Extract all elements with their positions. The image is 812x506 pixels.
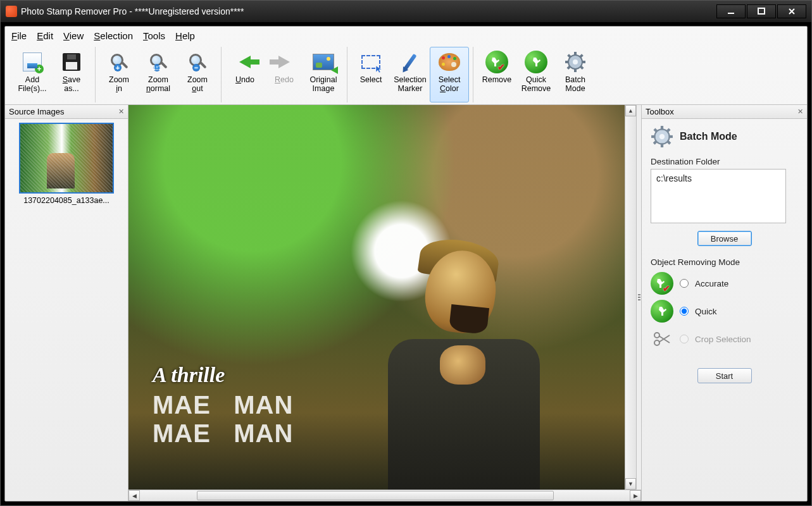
- image-canvas[interactable]: A thrille MAE MAN MAE MAN: [128, 105, 625, 490]
- titlebar: Photo Stamp Remover Pro - ****Unregister…: [1, 1, 811, 22]
- selection-marker-button[interactable]: Selection Marker: [390, 47, 430, 102]
- quick-remove-button[interactable]: Quick Remove: [516, 47, 556, 102]
- maximize-button[interactable]: [747, 4, 776, 18]
- remove-button[interactable]: Remove: [477, 47, 516, 102]
- svg-point-3: [573, 59, 578, 65]
- source-images-title: Source Images: [9, 107, 64, 116]
- redo-button[interactable]: Redo: [265, 47, 304, 102]
- save-as-button[interactable]: Saveas...: [52, 47, 91, 102]
- svg-rect-5: [574, 68, 577, 72]
- add-file-icon: [23, 52, 42, 71]
- zoom-normal-icon: 1:1: [149, 52, 168, 71]
- original-image-icon: [313, 54, 334, 70]
- object-removing-mode-label: Object Removing Mode: [651, 257, 798, 267]
- zoom-out-button[interactable]: − Zoomout: [178, 47, 217, 102]
- undo-icon: [239, 56, 251, 68]
- panel-resize-grip[interactable]: [636, 105, 641, 490]
- minimize-button[interactable]: [716, 4, 746, 18]
- app-icon: [6, 6, 17, 17]
- source-images-panel: Source Images✕ 13702204085_a133ae...: [5, 105, 128, 501]
- toolbox-close-icon[interactable]: ✕: [797, 108, 803, 116]
- destination-folder-input[interactable]: c:\results: [651, 169, 786, 223]
- menu-file[interactable]: File: [11, 30, 27, 41]
- image-text-bg: MAE MAN MAE MAN: [153, 391, 608, 448]
- toolbox-panel: Toolbox✕ Batch Mode Destination Folder c…: [641, 105, 807, 501]
- svg-rect-0: [728, 13, 734, 14]
- svg-rect-14: [661, 126, 663, 130]
- destination-folder-label: Destination Folder: [651, 157, 798, 166]
- select-button[interactable]: Select: [351, 47, 390, 102]
- hscroll-thumb[interactable]: [197, 491, 554, 500]
- window-title: Photo Stamp Remover Pro - ****Unregister…: [21, 6, 716, 16]
- source-thumbnail[interactable]: [19, 123, 114, 194]
- svg-rect-16: [651, 135, 655, 138]
- batch-mode-heading: Batch Mode: [680, 131, 737, 142]
- zoom-normal-button[interactable]: 1:1 Zoomnormal: [139, 47, 178, 102]
- image-text-thriller: A thrille: [153, 363, 225, 387]
- select-color-button[interactable]: SelectColor: [430, 47, 469, 102]
- accurate-icon: [651, 272, 673, 295]
- menu-view[interactable]: View: [63, 30, 84, 41]
- select-icon: [361, 55, 380, 69]
- quick-radio[interactable]: [680, 307, 689, 316]
- quick-label: Quick: [695, 307, 717, 316]
- accurate-label: Accurate: [695, 279, 728, 288]
- batch-mode-gear-icon: [651, 125, 673, 148]
- toolbar: Add File(s)... Saveas... + Zoomin 1:1 Zo…: [5, 44, 807, 105]
- menu-help[interactable]: Help: [175, 30, 195, 41]
- zoom-in-button[interactable]: + Zoomin: [99, 47, 139, 102]
- marker-icon: [404, 54, 417, 70]
- batch-mode-button[interactable]: Batch Mode: [556, 47, 595, 102]
- svg-rect-6: [565, 61, 569, 63]
- palette-icon: [439, 53, 460, 71]
- accurate-radio[interactable]: [680, 279, 689, 288]
- remove-icon: [485, 51, 508, 73]
- svg-rect-17: [669, 135, 673, 138]
- menu-tools[interactable]: Tools: [143, 30, 165, 41]
- horizontal-scrollbar[interactable]: ◀▶: [128, 490, 641, 501]
- vertical-scrollbar[interactable]: ▲▼: [625, 105, 636, 490]
- add-files-button[interactable]: Add File(s)...: [13, 47, 52, 102]
- menu-selection[interactable]: Selection: [94, 30, 133, 41]
- undo-button[interactable]: Undo: [225, 47, 265, 102]
- zoom-out-icon: −: [188, 52, 207, 71]
- menubar: File Edit View Selection Tools Help: [5, 27, 807, 44]
- panel-close-icon[interactable]: ✕: [118, 108, 124, 116]
- svg-point-22: [654, 340, 659, 345]
- toolbox-title: Toolbox: [646, 107, 674, 116]
- svg-rect-4: [574, 52, 577, 56]
- original-image-button[interactable]: Original Image: [304, 47, 343, 102]
- crop-radio: [680, 335, 689, 343]
- scissors-icon: [651, 328, 673, 350]
- close-button[interactable]: [777, 4, 806, 18]
- quick-remove-icon: [525, 51, 547, 73]
- save-icon: [63, 53, 80, 71]
- svg-point-13: [659, 134, 665, 139]
- crop-label: Crop Selection: [695, 335, 751, 344]
- browse-button[interactable]: Browse: [697, 231, 752, 246]
- svg-rect-7: [582, 61, 585, 63]
- gear-icon: [565, 51, 586, 73]
- menu-edit[interactable]: Edit: [37, 30, 53, 41]
- quick-icon: [651, 300, 673, 323]
- thumbnail-filename: 13702204085_a133ae...: [9, 196, 124, 205]
- svg-point-23: [654, 333, 659, 338]
- zoom-in-icon: +: [109, 52, 128, 71]
- start-button[interactable]: Start: [697, 368, 752, 383]
- svg-rect-15: [661, 144, 663, 147]
- svg-rect-1: [758, 8, 765, 14]
- redo-icon: [278, 56, 290, 68]
